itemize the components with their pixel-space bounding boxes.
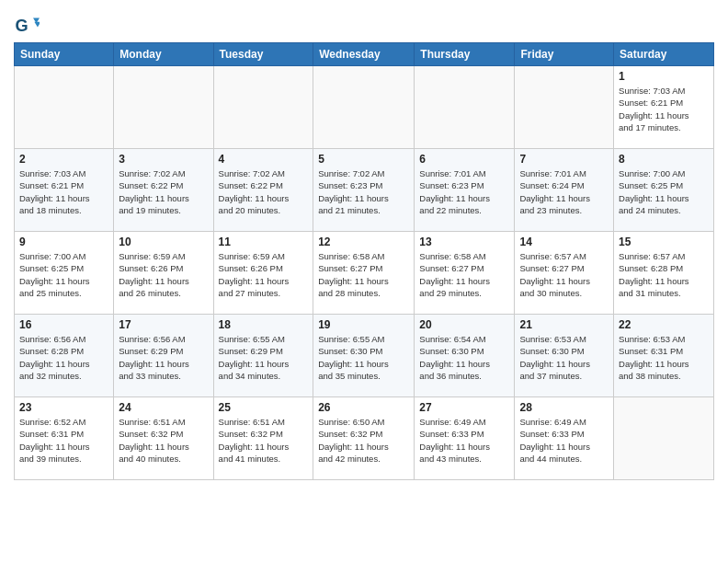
calendar-cell: 7Sunrise: 7:01 AM Sunset: 6:24 PM Daylig… xyxy=(515,149,614,232)
day-info: Sunrise: 7:02 AM Sunset: 6:23 PM Dayligh… xyxy=(318,167,409,216)
day-number: 20 xyxy=(419,318,509,331)
calendar-cell xyxy=(313,66,415,149)
day-number: 27 xyxy=(419,401,509,414)
weekday-header: Friday xyxy=(515,43,614,66)
day-number: 13 xyxy=(419,236,509,248)
svg-text:G: G xyxy=(15,17,28,35)
day-info: Sunrise: 6:49 AM Sunset: 6:33 PM Dayligh… xyxy=(419,416,509,465)
day-number: 3 xyxy=(119,153,208,166)
day-number: 9 xyxy=(19,236,108,248)
day-number: 14 xyxy=(519,236,609,248)
day-number: 23 xyxy=(19,401,108,414)
calendar-header-row: SundayMondayTuesdayWednesdayThursdayFrid… xyxy=(15,43,714,66)
day-info: Sunrise: 6:53 AM Sunset: 6:31 PM Dayligh… xyxy=(619,333,709,382)
calendar-cell: 14Sunrise: 6:57 AM Sunset: 6:27 PM Dayli… xyxy=(515,232,614,315)
day-number: 8 xyxy=(619,153,709,166)
day-info: Sunrise: 6:49 AM Sunset: 6:33 PM Dayligh… xyxy=(519,416,609,465)
day-info: Sunrise: 6:54 AM Sunset: 6:30 PM Dayligh… xyxy=(419,333,509,382)
day-info: Sunrise: 6:58 AM Sunset: 6:27 PM Dayligh… xyxy=(419,250,509,299)
calendar-cell: 24Sunrise: 6:51 AM Sunset: 6:32 PM Dayli… xyxy=(114,397,213,480)
calendar-week-row: 16Sunrise: 6:56 AM Sunset: 6:28 PM Dayli… xyxy=(15,315,714,397)
calendar-cell: 21Sunrise: 6:53 AM Sunset: 6:30 PM Dayli… xyxy=(515,315,614,397)
calendar-cell: 5Sunrise: 7:02 AM Sunset: 6:23 PM Daylig… xyxy=(313,149,415,232)
calendar-cell: 12Sunrise: 6:58 AM Sunset: 6:27 PM Dayli… xyxy=(313,232,415,315)
day-number: 2 xyxy=(19,153,108,166)
day-number: 4 xyxy=(219,153,309,166)
calendar-cell: 22Sunrise: 6:53 AM Sunset: 6:31 PM Dayli… xyxy=(614,315,714,397)
calendar-week-row: 2Sunrise: 7:03 AM Sunset: 6:21 PM Daylig… xyxy=(15,149,714,232)
day-number: 11 xyxy=(219,236,309,248)
header: G xyxy=(14,9,714,39)
calendar-cell: 28Sunrise: 6:49 AM Sunset: 6:33 PM Dayli… xyxy=(515,397,614,480)
calendar-cell: 13Sunrise: 6:58 AM Sunset: 6:27 PM Dayli… xyxy=(415,232,515,315)
day-info: Sunrise: 7:00 AM Sunset: 6:25 PM Dayligh… xyxy=(619,167,709,216)
weekday-header: Sunday xyxy=(15,43,114,66)
day-number: 21 xyxy=(519,318,609,331)
calendar-cell: 6Sunrise: 7:01 AM Sunset: 6:23 PM Daylig… xyxy=(415,149,515,232)
day-info: Sunrise: 6:55 AM Sunset: 6:30 PM Dayligh… xyxy=(318,333,409,382)
calendar-cell xyxy=(614,397,714,480)
day-number: 18 xyxy=(219,318,309,331)
day-number: 22 xyxy=(619,318,709,331)
day-number: 19 xyxy=(318,318,409,331)
day-number: 1 xyxy=(619,70,709,83)
calendar-cell: 23Sunrise: 6:52 AM Sunset: 6:31 PM Dayli… xyxy=(15,397,114,480)
day-info: Sunrise: 7:01 AM Sunset: 6:23 PM Dayligh… xyxy=(419,167,509,216)
day-info: Sunrise: 7:02 AM Sunset: 6:22 PM Dayligh… xyxy=(219,167,309,216)
calendar-cell: 27Sunrise: 6:49 AM Sunset: 6:33 PM Dayli… xyxy=(415,397,515,480)
day-number: 6 xyxy=(419,153,509,166)
calendar-cell: 17Sunrise: 6:56 AM Sunset: 6:29 PM Dayli… xyxy=(114,315,213,397)
calendar-cell xyxy=(515,66,614,149)
day-number: 25 xyxy=(219,401,309,414)
day-info: Sunrise: 7:02 AM Sunset: 6:22 PM Dayligh… xyxy=(119,167,208,216)
calendar-cell xyxy=(213,66,313,149)
calendar-cell xyxy=(114,66,213,149)
day-info: Sunrise: 7:03 AM Sunset: 6:21 PM Dayligh… xyxy=(19,167,108,216)
day-info: Sunrise: 6:51 AM Sunset: 6:32 PM Dayligh… xyxy=(119,416,208,465)
calendar-cell: 25Sunrise: 6:51 AM Sunset: 6:32 PM Dayli… xyxy=(213,397,313,480)
calendar-cell: 16Sunrise: 6:56 AM Sunset: 6:28 PM Dayli… xyxy=(15,315,114,397)
day-number: 26 xyxy=(318,401,409,414)
page-container: G SundayMondayTuesdayWednesdayThursdayFr… xyxy=(0,0,728,489)
day-info: Sunrise: 7:03 AM Sunset: 6:21 PM Dayligh… xyxy=(619,85,709,133)
day-number: 16 xyxy=(19,318,108,331)
day-info: Sunrise: 6:59 AM Sunset: 6:26 PM Dayligh… xyxy=(119,250,208,299)
calendar-cell: 20Sunrise: 6:54 AM Sunset: 6:30 PM Dayli… xyxy=(415,315,515,397)
calendar-table: SundayMondayTuesdayWednesdayThursdayFrid… xyxy=(14,42,714,480)
day-info: Sunrise: 6:57 AM Sunset: 6:28 PM Dayligh… xyxy=(619,250,709,299)
calendar-cell: 8Sunrise: 7:00 AM Sunset: 6:25 PM Daylig… xyxy=(614,149,714,232)
svg-marker-2 xyxy=(34,22,40,28)
calendar-cell: 15Sunrise: 6:57 AM Sunset: 6:28 PM Dayli… xyxy=(614,232,714,315)
weekday-header: Monday xyxy=(114,43,213,66)
logo-icon: G xyxy=(14,13,40,39)
calendar-cell: 26Sunrise: 6:50 AM Sunset: 6:32 PM Dayli… xyxy=(313,397,415,480)
calendar-cell: 4Sunrise: 7:02 AM Sunset: 6:22 PM Daylig… xyxy=(213,149,313,232)
calendar-cell xyxy=(15,66,114,149)
calendar-week-row: 23Sunrise: 6:52 AM Sunset: 6:31 PM Dayli… xyxy=(15,397,714,480)
day-info: Sunrise: 6:50 AM Sunset: 6:32 PM Dayligh… xyxy=(318,416,409,465)
day-number: 7 xyxy=(519,153,609,166)
day-info: Sunrise: 6:55 AM Sunset: 6:29 PM Dayligh… xyxy=(219,333,309,382)
calendar-week-row: 9Sunrise: 7:00 AM Sunset: 6:25 PM Daylig… xyxy=(15,232,714,315)
weekday-header: Tuesday xyxy=(213,43,313,66)
day-number: 17 xyxy=(119,318,208,331)
calendar-cell: 19Sunrise: 6:55 AM Sunset: 6:30 PM Dayli… xyxy=(313,315,415,397)
day-number: 12 xyxy=(318,236,409,248)
calendar-cell: 11Sunrise: 6:59 AM Sunset: 6:26 PM Dayli… xyxy=(213,232,313,315)
day-number: 5 xyxy=(318,153,409,166)
day-info: Sunrise: 6:52 AM Sunset: 6:31 PM Dayligh… xyxy=(19,416,108,465)
day-number: 10 xyxy=(119,236,208,248)
day-info: Sunrise: 6:57 AM Sunset: 6:27 PM Dayligh… xyxy=(519,250,609,299)
day-info: Sunrise: 6:51 AM Sunset: 6:32 PM Dayligh… xyxy=(219,416,309,465)
day-info: Sunrise: 6:56 AM Sunset: 6:28 PM Dayligh… xyxy=(19,333,108,382)
day-info: Sunrise: 6:53 AM Sunset: 6:30 PM Dayligh… xyxy=(519,333,609,382)
day-info: Sunrise: 6:56 AM Sunset: 6:29 PM Dayligh… xyxy=(119,333,208,382)
calendar-week-row: 1Sunrise: 7:03 AM Sunset: 6:21 PM Daylig… xyxy=(15,66,714,149)
calendar-cell: 18Sunrise: 6:55 AM Sunset: 6:29 PM Dayli… xyxy=(213,315,313,397)
calendar-cell: 9Sunrise: 7:00 AM Sunset: 6:25 PM Daylig… xyxy=(15,232,114,315)
logo: G xyxy=(14,13,41,39)
day-number: 24 xyxy=(119,401,208,414)
calendar-cell xyxy=(415,66,515,149)
day-info: Sunrise: 6:58 AM Sunset: 6:27 PM Dayligh… xyxy=(318,250,409,299)
calendar-cell: 2Sunrise: 7:03 AM Sunset: 6:21 PM Daylig… xyxy=(15,149,114,232)
